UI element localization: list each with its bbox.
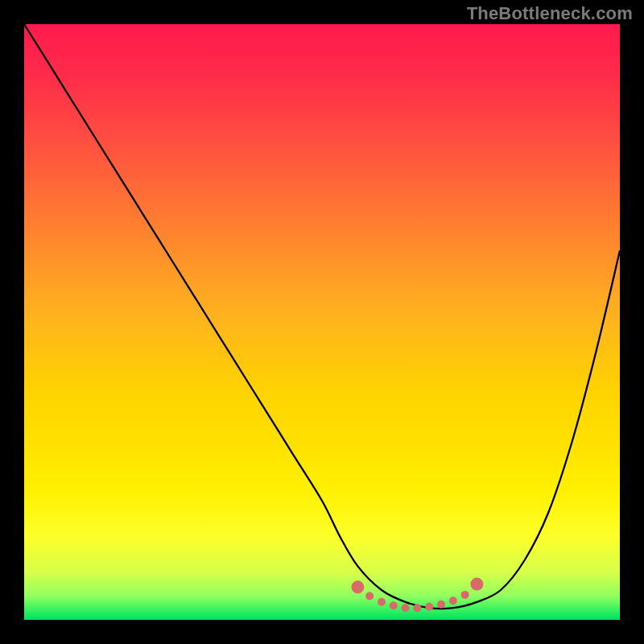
chart-frame: TheBottleneck.com [0, 0, 644, 644]
chart-dot [351, 580, 364, 593]
chart-svg [24, 24, 620, 620]
watermark-text: TheBottleneck.com [467, 3, 633, 24]
chart-dot [425, 603, 433, 611]
chart-dot [437, 601, 445, 609]
chart-dot [470, 578, 483, 591]
chart-dot [449, 597, 457, 605]
chart-dot [402, 604, 410, 612]
chart-dot [413, 604, 421, 612]
chart-dot [390, 601, 398, 609]
chart-dot [378, 598, 386, 606]
chart-curve [24, 24, 620, 609]
chart-dot [365, 592, 374, 600]
chart-dot [461, 591, 469, 599]
